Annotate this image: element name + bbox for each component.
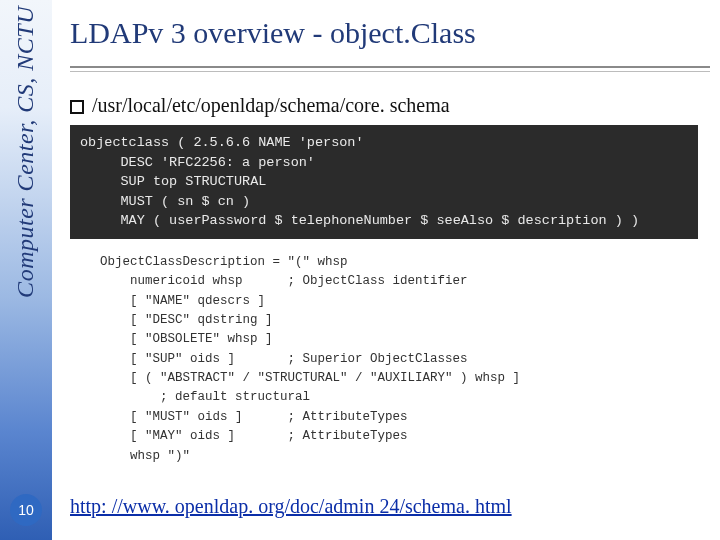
org-label: Computer Center, CS, NCTU (12, 6, 39, 298)
divider-thin (70, 71, 710, 72)
page-number-badge: 10 (10, 494, 42, 526)
code-block-light: ObjectClassDescription = "(" whsp numeri… (70, 253, 710, 466)
bullet-item: /usr/local/etc/openldap/schema/core. sch… (70, 94, 710, 117)
square-bullet-icon (70, 100, 84, 114)
content-area: LDAPv 3 overview - object.Class /usr/loc… (70, 0, 710, 540)
code-block-dark: objectclass ( 2.5.6.6 NAME 'person' DESC… (70, 125, 698, 239)
page-title: LDAPv 3 overview - object.Class (70, 0, 710, 60)
slide: Computer Center, CS, NCTU 10 LDAPv 3 ove… (0, 0, 720, 540)
sidebar: Computer Center, CS, NCTU (0, 0, 52, 540)
footer-link[interactable]: http: //www. openldap. org/doc/admin 24/… (70, 495, 512, 518)
page-number: 10 (18, 502, 34, 518)
bullet-text: /usr/local/etc/openldap/schema/core. sch… (92, 94, 450, 117)
divider-thick (70, 66, 710, 68)
